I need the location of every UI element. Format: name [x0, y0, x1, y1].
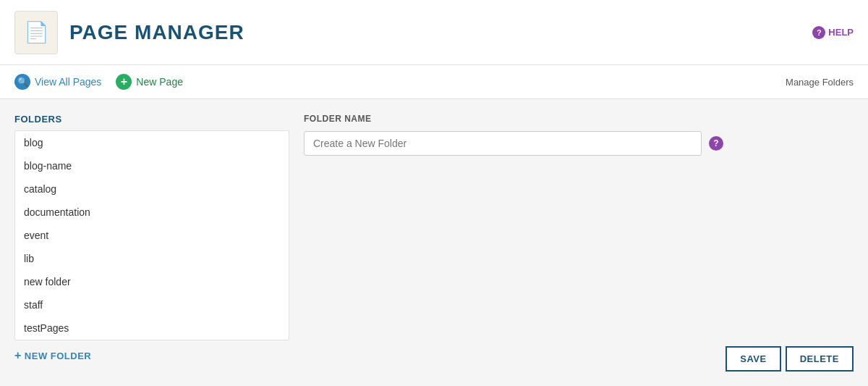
folder-item-lib[interactable]: lib: [15, 247, 289, 270]
view-all-pages-label: View All Pages: [35, 76, 101, 88]
help-label: HELP: [828, 27, 854, 38]
view-all-pages-button[interactable]: 🔍 View All Pages: [14, 74, 101, 90]
new-folder-plus-icon: +: [14, 349, 22, 362]
plus-icon: +: [116, 74, 132, 90]
app-logo: 📄: [14, 11, 58, 54]
page-title: PAGE MANAGER: [69, 21, 244, 44]
folders-panel: FOLDERS blog blog-name catalog documenta…: [14, 114, 289, 362]
create-folder-header: FOLDER NAME: [304, 114, 839, 124]
app-header: 📄 PAGE MANAGER ? HELP: [0, 0, 868, 65]
folders-heading: FOLDERS: [14, 114, 289, 125]
new-folder-link[interactable]: + NEW FOLDER: [14, 349, 289, 362]
folder-item-staff[interactable]: staff: [15, 293, 289, 316]
folder-item-catalog[interactable]: catalog: [15, 177, 289, 201]
field-help-icon[interactable]: ?: [709, 136, 723, 151]
create-folder-row: ?: [304, 131, 839, 156]
save-button[interactable]: SAVE: [726, 346, 780, 372]
folder-item-blog-name[interactable]: blog-name: [15, 154, 289, 177]
header-left: 📄 PAGE MANAGER: [14, 11, 244, 54]
create-folder-panel: FOLDER NAME ?: [289, 114, 854, 362]
delete-button[interactable]: DELETE: [786, 346, 854, 372]
folder-item-documentation[interactable]: documentation: [15, 201, 289, 224]
new-page-button[interactable]: + New Page: [116, 74, 183, 90]
folder-item-new-folder[interactable]: new folder: [15, 270, 289, 293]
bottom-bar: SAVE DELETE: [711, 332, 868, 377]
help-link[interactable]: ? HELP: [812, 26, 854, 39]
new-page-label: New Page: [136, 76, 183, 88]
folder-item-testpages[interactable]: testPages: [15, 316, 289, 340]
folder-name-label: FOLDER NAME: [304, 114, 372, 124]
folders-list: blog blog-name catalog documentation eve…: [14, 130, 289, 340]
toolbar: 🔍 View All Pages + New Page Manage Folde…: [0, 65, 868, 99]
search-icon: 🔍: [14, 74, 30, 90]
folder-name-input[interactable]: [304, 131, 702, 156]
logo-icon: 📄: [24, 20, 49, 44]
new-folder-label: NEW FOLDER: [25, 351, 91, 361]
manage-folders-link[interactable]: Manage Folders: [786, 77, 854, 88]
toolbar-left: 🔍 View All Pages + New Page: [14, 74, 183, 90]
help-circle-icon: ?: [812, 26, 825, 39]
folder-item-event[interactable]: event: [15, 224, 289, 247]
folder-item-blog[interactable]: blog: [15, 131, 289, 154]
